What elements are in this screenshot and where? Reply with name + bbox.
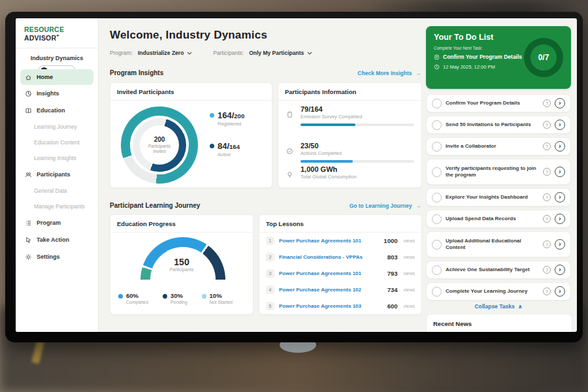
chevron-right-icon[interactable]: › — [555, 120, 565, 130]
legend-completed: 60%Completed — [118, 292, 148, 304]
chevron-right-icon[interactable]: › — [555, 286, 565, 297]
participants-information-card: Participants Information 79/164 Emission… — [278, 82, 422, 188]
help-icon[interactable]: ? — [543, 193, 551, 201]
lesson-rank: 5 — [266, 302, 274, 310]
sidebar-item-home[interactable]: Home — [20, 69, 93, 85]
sidebar-item-learning-journey[interactable]: Learning Journey — [16, 119, 98, 135]
logo-resource: RESOURCE — [24, 25, 64, 33]
sidebar-item-label: Settings — [37, 253, 60, 260]
desk-scene: RESOURCE ADVISOR+ Industry Dynamics Spon… — [0, 0, 588, 392]
chevron-right-icon[interactable]: › — [555, 98, 565, 108]
todo-item-achieve-target[interactable]: Achieve One Sustainability Target ? › — [426, 261, 571, 279]
help-icon[interactable]: ? — [543, 240, 551, 248]
chevron-right-icon[interactable]: › — [555, 192, 565, 203]
sidebar-item-education-content[interactable]: Education Content — [16, 135, 98, 150]
lesson-link[interactable]: Power Purchase Agreements 102 — [279, 287, 383, 293]
arrow-right-icon: → — [416, 70, 421, 76]
sidebar-item-insights[interactable]: Insights — [16, 85, 98, 102]
survey-icon — [286, 109, 293, 121]
sidebar-item-education[interactable]: Education — [16, 102, 98, 119]
active-dot — [210, 144, 214, 148]
sidebar-item-label: Learning Insights — [34, 155, 76, 161]
help-icon[interactable]: ? — [543, 168, 551, 176]
sidebar-item-participants[interactable]: Participants — [16, 166, 98, 183]
help-icon[interactable]: ? — [543, 266, 551, 274]
donut-center-label: 200 Participants Invited — [121, 106, 198, 184]
sidebar-item-take-action[interactable]: Take Action — [16, 231, 98, 248]
todo-checkbox[interactable] — [432, 214, 442, 224]
todo-checkbox[interactable] — [432, 265, 442, 275]
recent-news-title: Recent News — [427, 314, 572, 332]
gauge-center-label: 150 Participants — [110, 257, 253, 272]
todo-checkbox[interactable] — [432, 287, 442, 297]
chevron-right-icon[interactable]: › — [555, 214, 565, 224]
lesson-rank: 2 — [266, 253, 274, 261]
todo-item-send-invitations[interactable]: Send 50 Invitations to Participants ? › — [426, 116, 571, 134]
insights-icon — [25, 90, 32, 97]
learning-journey-header-row: Participant Learning Journey Go to Learn… — [110, 202, 421, 209]
todo-item-verify-participants[interactable]: Verify participants requesting to join t… — [426, 159, 571, 185]
sidebar-item-settings[interactable]: Settings — [16, 248, 98, 265]
chevron-right-icon[interactable]: › — [555, 141, 565, 152]
lesson-link[interactable]: Power Purchase Agreements 101 — [279, 238, 379, 244]
section-title-program-insights: Program Insights — [110, 69, 163, 76]
lesson-link[interactable]: Financial Considerations - VPPAs — [279, 254, 383, 260]
program-filter-dropdown[interactable]: Industrialize Zero — [138, 50, 192, 56]
todo-checkbox[interactable] — [432, 193, 442, 203]
settings-icon — [25, 253, 32, 261]
lesson-views: 1000 — [384, 237, 397, 244]
todo-checkbox[interactable] — [432, 120, 442, 130]
sidebar-item-general-data[interactable]: General Data — [16, 183, 98, 199]
invited-donut-chart: 200 Participants Invited — [121, 106, 198, 184]
logo-plus: + — [56, 33, 59, 38]
participants-filter-value: Only My Participants — [249, 50, 304, 56]
todo-item-confirm-program[interactable]: Confirm Your Program Details ? › — [426, 94, 571, 112]
help-icon[interactable]: ? — [543, 121, 551, 129]
chevron-right-icon[interactable]: › — [555, 239, 565, 250]
todo-item-explore-insights[interactable]: Explore Your Insights Dashboard ? › — [426, 188, 571, 206]
clock-icon — [434, 64, 440, 70]
sidebar-item-learning-insights[interactable]: Learning Insights — [16, 150, 98, 166]
todo-checkbox[interactable] — [432, 142, 442, 152]
todo-next-task: Confirm Your Program Details — [434, 54, 522, 60]
go-to-learning-journey-link[interactable]: Go to Learning Journey → — [350, 203, 421, 209]
help-icon[interactable]: ? — [543, 215, 551, 223]
sidebar: RESOURCE ADVISOR+ Industry Dynamics Spon… — [16, 18, 99, 332]
lesson-row: 5 Power Purchase Agreements 103 600 view… — [259, 298, 421, 314]
lesson-link[interactable]: Power Purchase Agreements 103 — [279, 303, 383, 309]
todo-item-upload-spend-data[interactable]: Upload Spend Data Records ? › — [426, 210, 571, 228]
sidebar-item-label: Home — [37, 74, 53, 80]
sidebar-item-label: Education — [37, 107, 65, 114]
todo-checkbox[interactable] — [432, 167, 442, 177]
todo-checkbox[interactable] — [432, 240, 442, 250]
sidebar-item-manage-participants[interactable]: Manage Participants — [16, 199, 98, 214]
lesson-row: 3 Power Purchase Agreements 101 793 view… — [259, 265, 421, 282]
participants-filter-dropdown[interactable]: Only My Participants — [249, 50, 312, 56]
app-logo: RESOURCE ADVISOR+ — [24, 25, 98, 42]
dashboard-screen: RESOURCE ADVISOR+ Industry Dynamics Spon… — [16, 18, 577, 332]
chevron-right-icon[interactable]: › — [555, 265, 565, 275]
lesson-rank: 3 — [266, 269, 274, 278]
legend-pending: 30%Pending — [163, 292, 188, 304]
todo-item-complete-learning-journey[interactable]: Complete Your Learning Journey ? › — [426, 282, 571, 301]
top-lessons-card: Top Lessons 1 Power Purchase Agreements … — [259, 214, 422, 315]
todo-checkbox[interactable] — [432, 99, 442, 108]
todo-item-upload-educational-content[interactable]: Upload Additional Educational Content ? … — [426, 231, 571, 257]
program-insights-header-row: Program Insights Check More Insights → — [110, 69, 421, 76]
todo-item-invite-collaborator[interactable]: Invite a Collaborator ? › — [426, 137, 571, 155]
help-icon[interactable]: ? — [543, 142, 551, 150]
stat-actions-completed: 23/50 Actions Completed — [286, 142, 414, 163]
todo-progress-value: 0/7 — [538, 53, 549, 62]
take-action-icon — [25, 237, 32, 244]
chevron-right-icon[interactable]: › — [555, 167, 565, 177]
help-icon[interactable]: ? — [543, 99, 551, 107]
help-icon[interactable]: ? — [543, 287, 551, 295]
sidebar-item-label: Insights — [37, 90, 59, 97]
collapse-tasks-link[interactable]: Collapse Tasks ∧ — [426, 303, 571, 310]
lesson-row: 1 Power Purchase Agreements 101 1000 vie… — [259, 233, 421, 249]
check-more-insights-link[interactable]: Check More Insights → — [357, 70, 421, 76]
page-title: Welcome, Industry Dynamics — [110, 29, 267, 42]
lesson-link[interactable]: Power Purchase Agreements 101 — [279, 270, 383, 276]
sidebar-item-program[interactable]: Program — [16, 214, 98, 231]
todo-due-date: 12 May 2025, 12:00 PM — [434, 64, 495, 70]
